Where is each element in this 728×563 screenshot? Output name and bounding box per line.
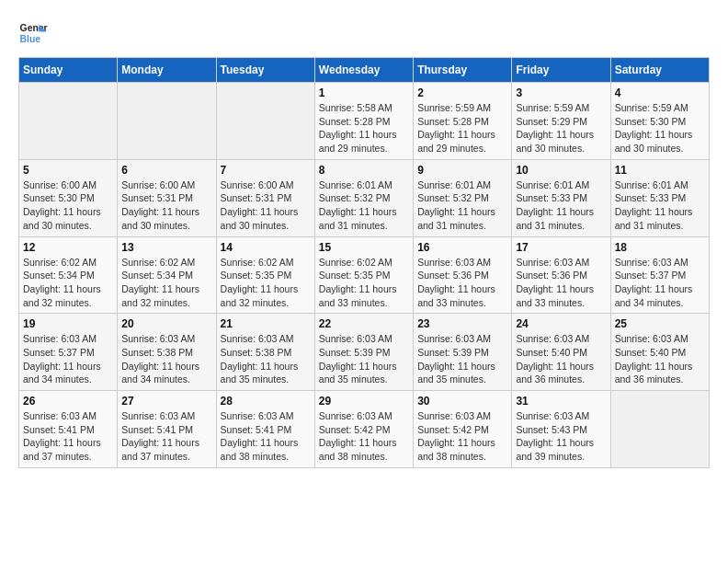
day-info: Sunrise: 6:01 AMSunset: 5:32 PMDaylight:… [417,178,507,233]
calendar-table: SundayMondayTuesdayWednesdayThursdayFrid… [18,57,710,468]
calendar-cell: 1Sunrise: 5:58 AMSunset: 5:28 PMDaylight… [314,83,413,160]
calendar-cell: 15Sunrise: 6:02 AMSunset: 5:35 PMDayligh… [314,236,413,314]
calendar-cell [216,83,314,160]
week-row-2: 5Sunrise: 6:00 AMSunset: 5:30 PMDaylight… [19,159,710,236]
day-number: 28 [221,395,311,408]
calendar-cell: 27Sunrise: 6:03 AMSunset: 5:41 PMDayligh… [118,391,216,468]
day-number: 13 [121,241,211,254]
calendar-cell: 6Sunrise: 6:00 AMSunset: 5:31 PMDaylight… [118,159,216,236]
day-number: 26 [23,395,113,408]
day-info: Sunrise: 6:03 AMSunset: 5:39 PMDaylight:… [319,332,409,386]
svg-text:General: General [20,23,48,33]
day-number: 23 [417,317,507,330]
column-header-friday: Friday [512,58,610,83]
svg-text:Blue: Blue [20,34,41,44]
calendar-cell: 20Sunrise: 6:03 AMSunset: 5:38 PMDayligh… [118,314,216,391]
day-info: Sunrise: 6:00 AMSunset: 5:30 PMDaylight:… [23,178,113,233]
day-number: 5 [23,164,113,177]
header: General Blue [18,18,710,48]
day-info: Sunrise: 6:01 AMSunset: 5:32 PMDaylight:… [319,178,409,233]
day-info: Sunrise: 5:59 AMSunset: 5:30 PMDaylight:… [615,101,705,155]
day-number: 10 [516,164,606,177]
week-row-4: 19Sunrise: 6:03 AMSunset: 5:37 PMDayligh… [19,314,710,391]
column-header-thursday: Thursday [414,58,512,83]
calendar-cell: 19Sunrise: 6:03 AMSunset: 5:37 PMDayligh… [19,314,118,391]
calendar-cell: 30Sunrise: 6:03 AMSunset: 5:42 PMDayligh… [414,391,512,468]
calendar-cell: 29Sunrise: 6:03 AMSunset: 5:42 PMDayligh… [314,391,413,468]
day-number: 6 [121,164,211,177]
column-header-sunday: Sunday [19,58,118,83]
calendar-cell: 13Sunrise: 6:02 AMSunset: 5:34 PMDayligh… [118,236,216,314]
week-row-5: 26Sunrise: 6:03 AMSunset: 5:41 PMDayligh… [19,391,710,468]
day-number: 14 [221,241,311,254]
day-info: Sunrise: 6:03 AMSunset: 5:36 PMDaylight:… [417,256,507,310]
column-header-monday: Monday [118,58,216,83]
day-number: 2 [417,86,507,99]
calendar-cell: 8Sunrise: 6:01 AMSunset: 5:32 PMDaylight… [314,159,413,236]
day-info: Sunrise: 6:03 AMSunset: 5:39 PMDaylight:… [417,332,507,386]
day-number: 9 [417,164,507,177]
day-number: 11 [615,164,705,177]
day-info: Sunrise: 6:03 AMSunset: 5:38 PMDaylight:… [221,332,311,386]
logo: General Blue [18,18,48,48]
day-info: Sunrise: 6:03 AMSunset: 5:41 PMDaylight:… [23,409,113,464]
calendar-cell: 23Sunrise: 6:03 AMSunset: 5:39 PMDayligh… [414,314,512,391]
day-info: Sunrise: 5:58 AMSunset: 5:28 PMDaylight:… [319,101,409,155]
day-info: Sunrise: 6:00 AMSunset: 5:31 PMDaylight:… [121,178,211,233]
day-number: 4 [615,86,705,99]
calendar-cell: 9Sunrise: 6:01 AMSunset: 5:32 PMDaylight… [414,159,512,236]
day-number: 17 [516,241,606,254]
day-number: 19 [23,317,113,330]
day-number: 16 [417,241,507,254]
day-number: 7 [221,164,311,177]
day-info: Sunrise: 6:02 AMSunset: 5:35 PMDaylight:… [221,256,311,310]
day-info: Sunrise: 6:03 AMSunset: 5:41 PMDaylight:… [221,409,311,464]
column-header-saturday: Saturday [610,58,709,83]
day-number: 30 [417,395,507,408]
calendar-cell: 11Sunrise: 6:01 AMSunset: 5:33 PMDayligh… [610,159,709,236]
week-row-3: 12Sunrise: 6:02 AMSunset: 5:34 PMDayligh… [19,236,710,314]
day-number: 8 [319,164,409,177]
day-number: 25 [615,317,705,330]
day-info: Sunrise: 6:00 AMSunset: 5:31 PMDaylight:… [221,178,311,233]
day-info: Sunrise: 6:02 AMSunset: 5:34 PMDaylight:… [23,256,113,310]
day-number: 27 [121,395,211,408]
logo-icon: General Blue [18,18,48,48]
column-header-wednesday: Wednesday [314,58,413,83]
day-info: Sunrise: 6:03 AMSunset: 5:38 PMDaylight:… [121,332,211,386]
column-header-tuesday: Tuesday [216,58,314,83]
day-info: Sunrise: 6:03 AMSunset: 5:43 PMDaylight:… [516,409,606,464]
day-number: 18 [615,241,705,254]
calendar-cell: 17Sunrise: 6:03 AMSunset: 5:36 PMDayligh… [512,236,610,314]
day-info: Sunrise: 6:01 AMSunset: 5:33 PMDaylight:… [516,178,606,233]
day-info: Sunrise: 6:03 AMSunset: 5:42 PMDaylight:… [417,409,507,464]
calendar-cell: 4Sunrise: 5:59 AMSunset: 5:30 PMDaylight… [610,83,709,160]
calendar-cell: 31Sunrise: 6:03 AMSunset: 5:43 PMDayligh… [512,391,610,468]
day-info: Sunrise: 6:02 AMSunset: 5:34 PMDaylight:… [121,256,211,310]
calendar-header-row: SundayMondayTuesdayWednesdayThursdayFrid… [19,58,710,83]
day-number: 15 [319,241,409,254]
day-number: 22 [319,317,409,330]
calendar-cell: 25Sunrise: 6:03 AMSunset: 5:40 PMDayligh… [610,314,709,391]
calendar-cell: 21Sunrise: 6:03 AMSunset: 5:38 PMDayligh… [216,314,314,391]
day-number: 20 [121,317,211,330]
day-info: Sunrise: 6:03 AMSunset: 5:37 PMDaylight:… [23,332,113,386]
day-info: Sunrise: 6:03 AMSunset: 5:42 PMDaylight:… [319,409,409,464]
calendar-cell: 3Sunrise: 5:59 AMSunset: 5:29 PMDaylight… [512,83,610,160]
day-info: Sunrise: 6:03 AMSunset: 5:40 PMDaylight:… [516,332,606,386]
calendar-cell: 24Sunrise: 6:03 AMSunset: 5:40 PMDayligh… [512,314,610,391]
calendar-cell [19,83,118,160]
calendar-cell: 14Sunrise: 6:02 AMSunset: 5:35 PMDayligh… [216,236,314,314]
calendar-cell: 2Sunrise: 5:59 AMSunset: 5:28 PMDaylight… [414,83,512,160]
day-number: 12 [23,241,113,254]
day-number: 31 [516,395,606,408]
calendar-cell: 7Sunrise: 6:00 AMSunset: 5:31 PMDaylight… [216,159,314,236]
week-row-1: 1Sunrise: 5:58 AMSunset: 5:28 PMDaylight… [19,83,710,160]
day-info: Sunrise: 6:02 AMSunset: 5:35 PMDaylight:… [319,256,409,310]
day-info: Sunrise: 6:03 AMSunset: 5:41 PMDaylight:… [121,409,211,464]
calendar-cell: 16Sunrise: 6:03 AMSunset: 5:36 PMDayligh… [414,236,512,314]
calendar-cell [118,83,216,160]
calendar-cell: 10Sunrise: 6:01 AMSunset: 5:33 PMDayligh… [512,159,610,236]
calendar-cell: 12Sunrise: 6:02 AMSunset: 5:34 PMDayligh… [19,236,118,314]
day-info: Sunrise: 6:01 AMSunset: 5:33 PMDaylight:… [615,178,705,233]
